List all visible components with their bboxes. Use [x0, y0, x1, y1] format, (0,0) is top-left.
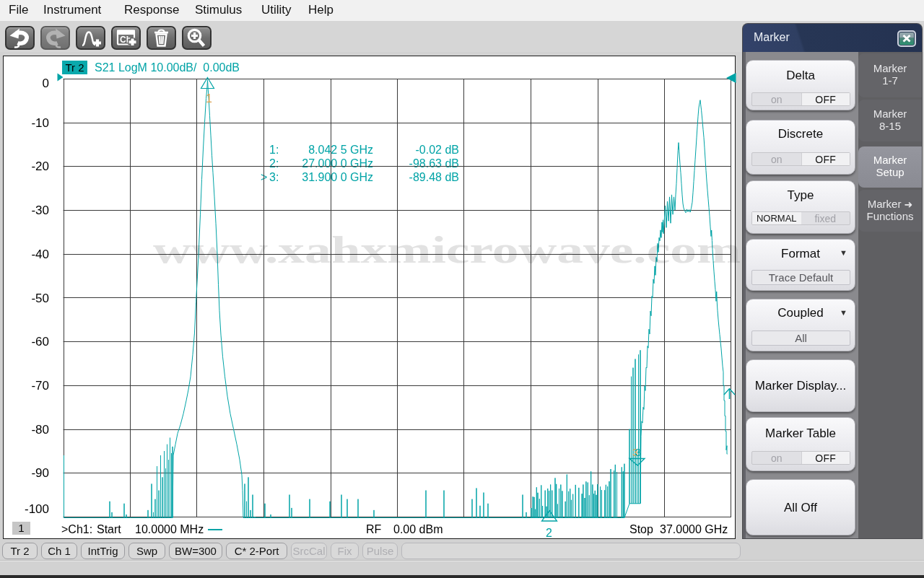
svg-text:3: 3: [635, 447, 641, 458]
svg-text:1: 1: [206, 92, 212, 105]
